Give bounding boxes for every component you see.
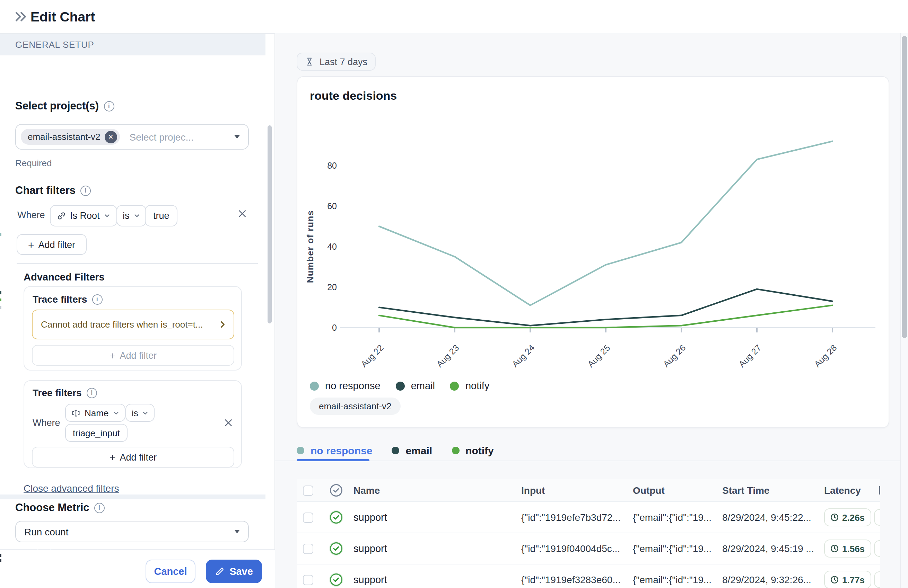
x-tick-label: Aug 24 xyxy=(510,343,536,369)
tree-add-filter-button[interactable]: +Add filter xyxy=(32,447,234,468)
table-row[interactable]: support {"id":"1919efe7b3d72... {"email"… xyxy=(297,502,880,533)
legend-item: no response xyxy=(310,380,380,391)
chevron-down-icon xyxy=(113,410,119,416)
row-checkbox[interactable] xyxy=(303,575,313,585)
edit-chart-page: Edit Chart GENERAL SETUP Select project(… xyxy=(0,0,908,588)
legend-item: notify xyxy=(450,380,489,391)
tab-dot-icon xyxy=(391,447,399,454)
x-tick-label: Aug 27 xyxy=(737,343,763,369)
x-tick-label: Aug 22 xyxy=(359,343,385,369)
run-name: support xyxy=(354,543,521,554)
page-scrollbar-thumb[interactable] xyxy=(902,36,907,338)
tab-dot-icon xyxy=(297,447,304,454)
clipped-edge-mark xyxy=(0,306,2,309)
chart-legend: no responseemailnotify xyxy=(310,380,489,391)
legend-dot-icon xyxy=(396,381,405,390)
remove-filter-icon[interactable] xyxy=(238,209,247,218)
filter-value-button[interactable]: true xyxy=(145,205,178,227)
x-tick-label: Aug 25 xyxy=(586,343,612,369)
run-start-time: 8/29/2024, 9:45:19 ... xyxy=(722,543,824,554)
tab-no-response[interactable]: no response xyxy=(297,444,372,456)
row-checkbox[interactable] xyxy=(303,543,313,554)
clipped-next-column xyxy=(879,486,880,495)
tab-email[interactable]: email xyxy=(391,444,432,456)
column-header-output[interactable]: Output xyxy=(633,485,722,496)
clipped-edge-mark xyxy=(0,233,2,236)
chart-preview-panel: Last 7 days route decisions Number of ru… xyxy=(275,33,908,588)
chevron-down-icon xyxy=(104,213,110,219)
column-header-input[interactable]: Input xyxy=(521,485,633,496)
trace-filters-warning[interactable]: Cannot add trace filters when is_root=t.… xyxy=(32,310,234,339)
tab-notify[interactable]: notify xyxy=(452,444,494,456)
chevron-down-icon xyxy=(142,410,149,416)
y-tick-label: 60 xyxy=(327,201,337,211)
clipped-edge-mark xyxy=(0,291,2,294)
y-axis-title: Number of runs xyxy=(305,210,316,283)
trace-filters-card: Trace filters Cannot add trace filters w… xyxy=(24,286,242,371)
clock-icon xyxy=(831,575,839,584)
run-output: {"email":{"id":"19... xyxy=(633,543,722,554)
where-label: Where xyxy=(17,210,45,220)
section-header-general-setup: GENERAL SETUP xyxy=(0,34,266,55)
trace-add-filter-button[interactable]: +Add filter xyxy=(32,345,234,366)
hourglass-icon xyxy=(305,57,314,66)
x-tick-label: Aug 26 xyxy=(661,343,687,369)
latency-badge: 2.26s xyxy=(824,508,871,526)
filter-field-button[interactable]: Is Root xyxy=(50,205,117,227)
route-decisions-chart: Number of runs020406080Aug 22Aug 23Aug 2… xyxy=(297,77,889,427)
advanced-filters-title: Advanced Filters xyxy=(24,272,105,283)
table-row[interactable]: support {"id":"1919f04004d5c... {"email"… xyxy=(297,533,880,564)
clipped-cell-pill xyxy=(874,509,880,526)
section-divider-band xyxy=(0,495,266,500)
series-tabs: no responseemailnotify xyxy=(297,441,494,459)
drawer-footer: Cancel Save xyxy=(0,549,274,588)
required-helper: Required xyxy=(15,158,52,168)
tree-filters-card: Tree filters Where Name is triage_input … xyxy=(24,380,242,468)
chart-filters-label: Chart filters xyxy=(15,184,91,197)
project-select-placeholder: Select projec... xyxy=(130,131,234,142)
table-row[interactable]: support {"id":"1919ef3283e60... {"email"… xyxy=(297,564,880,588)
close-advanced-filters-link[interactable]: Close advanced filters xyxy=(24,483,119,494)
active-tab-underline xyxy=(297,459,369,461)
page-title: Edit Chart xyxy=(31,0,95,33)
project-select[interactable]: email-assistant-v2 ✕ Select projec... xyxy=(15,124,249,149)
rename-field-icon xyxy=(71,408,80,417)
remove-project-icon[interactable]: ✕ xyxy=(105,130,117,143)
column-header-start-time[interactable]: Start Time xyxy=(722,485,824,496)
run-input: {"id":"1919efe7b3d72... xyxy=(521,512,633,523)
run-input: {"id":"1919f04004d5c... xyxy=(521,543,633,554)
info-icon xyxy=(94,503,105,513)
status-column-icon xyxy=(329,484,354,497)
run-output: {"email":{"id":"19... xyxy=(633,574,722,585)
column-header-latency[interactable]: Latency xyxy=(824,485,880,496)
filter-operator-button[interactable]: is xyxy=(116,205,146,227)
y-tick-label: 40 xyxy=(327,242,337,251)
tree-filter-operator-button[interactable]: is xyxy=(126,404,155,422)
select-all-checkbox[interactable] xyxy=(303,485,313,496)
info-icon xyxy=(80,185,91,196)
header: Edit Chart xyxy=(0,0,908,34)
tree-filter-value-button[interactable]: triage_input xyxy=(65,424,127,442)
time-range-badge[interactable]: Last 7 days xyxy=(297,53,376,71)
cancel-button[interactable]: Cancel xyxy=(146,560,195,583)
run-input: {"id":"1919ef3283e60... xyxy=(521,574,633,585)
remove-tree-filter-icon[interactable] xyxy=(224,418,233,427)
metric-select[interactable]: Run count xyxy=(15,521,249,542)
clock-icon xyxy=(831,513,839,522)
tab-dot-icon xyxy=(452,447,459,454)
drawer-scrollbar[interactable] xyxy=(267,125,272,323)
table-header-row: Name Input Output Start Time Latency xyxy=(297,479,880,502)
success-status-icon xyxy=(328,510,354,525)
clipped-cell-pill xyxy=(874,540,880,557)
column-header-name[interactable]: Name xyxy=(354,485,521,496)
divider xyxy=(17,263,258,264)
y-tick-label: 80 xyxy=(327,161,337,170)
clipped-edge-mark xyxy=(0,299,2,301)
add-filter-button[interactable]: +Add filter xyxy=(17,234,87,255)
run-name: support xyxy=(354,512,521,523)
row-checkbox[interactable] xyxy=(303,512,313,522)
tree-filter-field-button[interactable]: Name xyxy=(65,404,125,422)
collapse-panel-icon[interactable] xyxy=(14,10,28,24)
trace-filters-label: Trace filters xyxy=(32,294,102,305)
save-button[interactable]: Save xyxy=(206,560,262,583)
